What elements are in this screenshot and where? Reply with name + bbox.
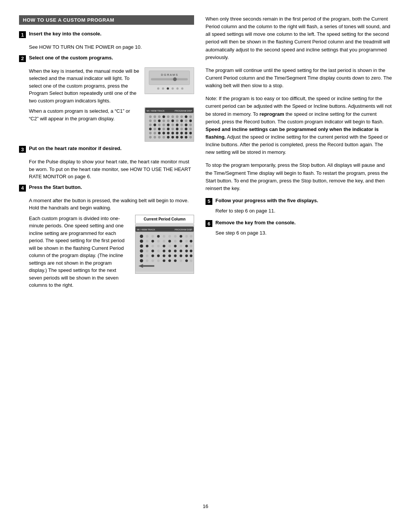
svg-point-55 — [149, 132, 152, 134]
svg-point-90 — [146, 240, 148, 242]
svg-point-118 — [190, 249, 193, 252]
svg-point-6 — [162, 87, 164, 89]
svg-point-18 — [162, 115, 165, 118]
svg-point-137 — [185, 259, 188, 262]
svg-point-132 — [157, 259, 160, 262]
svg-point-83 — [163, 235, 166, 237]
svg-rect-3 — [151, 78, 188, 80]
svg-text:PROGRAM DISP: PROGRAM DISP — [175, 110, 192, 112]
current-period-label: Current Period Column — [135, 215, 194, 224]
step-2-below-text: When a custom program is selected, a “C1… — [29, 107, 139, 122]
svg-point-104 — [168, 244, 171, 247]
svg-text:D G R A M S: D G R A M S — [161, 73, 178, 77]
right-para-2: The program will continue until the spee… — [206, 67, 392, 89]
svg-point-106 — [180, 244, 182, 247]
step-6-number: 6 — [206, 220, 212, 227]
step-6-content: See step 6 on page 13. — [215, 229, 392, 237]
svg-point-102 — [157, 244, 160, 247]
svg-point-109 — [140, 249, 143, 252]
step-4-title: Press the Start button. — [29, 184, 82, 190]
console-image-2: MI / 400M TRACK PROGRAM DISP — [145, 107, 194, 142]
right-column: When only three seconds remain in the fi… — [206, 15, 392, 492]
svg-point-112 — [157, 249, 160, 252]
svg-point-117 — [185, 249, 188, 252]
svg-point-94 — [168, 240, 171, 242]
step-4: 4 Press the Start button. — [19, 184, 194, 192]
svg-point-84 — [168, 235, 171, 237]
step-4-body-text: A moment after the button is pressed, th… — [29, 197, 194, 212]
section-header: HOW TO USE A CUSTOM PROGRAM — [19, 15, 194, 25]
svg-point-101 — [151, 244, 154, 247]
svg-point-61 — [176, 132, 178, 134]
svg-point-26 — [153, 120, 156, 122]
svg-point-125 — [174, 254, 177, 257]
step-4-number: 4 — [19, 185, 26, 192]
svg-point-49 — [167, 128, 170, 130]
svg-point-63 — [185, 132, 188, 134]
step-4-content: A moment after the button is pressed, th… — [29, 197, 194, 289]
two-column-layout: HOW TO USE A CUSTOM PROGRAM 1 Insert the… — [19, 15, 392, 492]
svg-point-111 — [151, 249, 154, 252]
svg-point-123 — [163, 254, 166, 257]
step-3-title: Put on the heart rate monitor if desired… — [29, 145, 121, 151]
svg-point-116 — [180, 249, 182, 252]
svg-point-92 — [157, 240, 160, 242]
step-2-inline-text: When the key is inserted, the manual mod… — [29, 67, 139, 105]
svg-point-136 — [180, 259, 182, 262]
svg-point-87 — [185, 235, 188, 237]
svg-point-19 — [167, 115, 170, 118]
svg-point-95 — [174, 240, 177, 242]
step-1-title: Insert the key into the console. — [29, 31, 102, 37]
step-2-inline-block: When the key is inserted, the manual mod… — [29, 67, 194, 105]
svg-point-28 — [162, 120, 165, 122]
svg-point-36 — [153, 124, 156, 126]
svg-point-51 — [176, 128, 178, 130]
svg-point-25 — [149, 120, 152, 122]
svg-point-96 — [180, 240, 182, 242]
console-svg-2: MI / 400M TRACK PROGRAM DISP — [145, 108, 194, 141]
svg-point-48 — [162, 128, 165, 130]
svg-point-100 — [146, 244, 148, 247]
page: HOW TO USE A CUSTOM PROGRAM 1 Insert the… — [0, 0, 411, 532]
console-svg-1: D G R A M S — [145, 68, 194, 94]
svg-point-30 — [171, 120, 174, 122]
svg-point-34 — [189, 120, 192, 122]
svg-point-23 — [185, 115, 188, 118]
svg-point-88 — [190, 235, 193, 237]
svg-rect-140 — [143, 265, 155, 267]
console-image-1: D G R A M S — [145, 67, 194, 94]
svg-point-71 — [176, 136, 178, 139]
step-2: 2 Select one of the custom programs. — [19, 55, 194, 62]
step-1-content: See HOW TO TURN ON THE POWER on page 10. — [29, 43, 194, 51]
step-5: 5 Follow your progress with the five dis… — [206, 198, 392, 205]
svg-point-89 — [140, 240, 143, 243]
svg-point-135 — [174, 259, 177, 262]
svg-point-27 — [158, 120, 161, 122]
svg-point-46 — [153, 128, 156, 130]
svg-point-16 — [153, 115, 156, 118]
svg-point-22 — [180, 115, 183, 118]
console-svg-3: MI / 400M TRACK PROGRAM DISP — [135, 225, 194, 273]
svg-point-121 — [151, 254, 154, 257]
svg-point-9 — [176, 87, 178, 89]
svg-point-35 — [149, 124, 152, 126]
svg-point-129 — [140, 259, 143, 262]
svg-point-130 — [146, 259, 148, 262]
svg-point-72 — [180, 136, 183, 139]
svg-point-127 — [185, 254, 188, 257]
svg-point-53 — [185, 128, 188, 130]
svg-point-131 — [151, 259, 154, 262]
svg-point-7 — [167, 87, 169, 89]
svg-point-67 — [158, 136, 161, 139]
svg-point-40 — [171, 124, 174, 126]
svg-rect-1 — [149, 70, 190, 85]
svg-point-128 — [190, 254, 193, 257]
svg-point-60 — [171, 132, 174, 134]
svg-point-5 — [157, 87, 159, 89]
svg-point-93 — [163, 240, 166, 242]
step-1: 1 Insert the key into the console. — [19, 31, 194, 38]
svg-point-17 — [158, 115, 161, 118]
svg-point-8 — [172, 87, 174, 89]
svg-point-124 — [168, 254, 171, 257]
right-para-1: When only three seconds remain in the fi… — [206, 15, 392, 61]
